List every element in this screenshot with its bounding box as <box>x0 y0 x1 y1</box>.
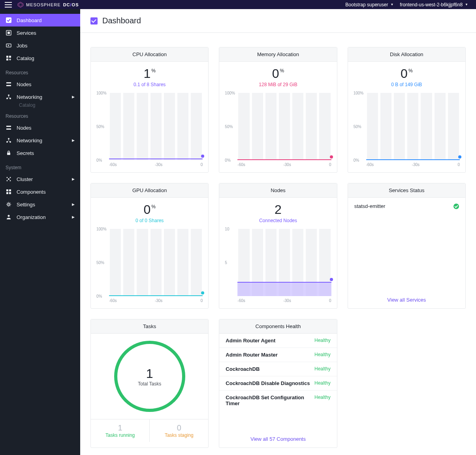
svg-point-17 <box>8 138 9 140</box>
chevron-right-icon: ▶ <box>72 95 75 99</box>
svg-rect-9 <box>6 59 8 60</box>
panel-components-health: Components Health Admin Router AgentHeal… <box>219 319 337 448</box>
page-header: Dashboard <box>80 9 476 33</box>
svg-point-25 <box>10 180 11 181</box>
nodes-chart: 10 5 -60s-30s0 <box>219 225 337 308</box>
svg-point-22 <box>7 177 8 178</box>
menu-icon[interactable] <box>5 2 12 8</box>
nav-nodes[interactable]: Nodes <box>0 78 80 91</box>
nav-dashboard[interactable]: Dashboard <box>0 14 80 26</box>
section-system: System <box>0 159 80 173</box>
svg-marker-6 <box>8 45 9 46</box>
nav-organization[interactable]: Organization ▶ <box>0 211 80 223</box>
component-row[interactable]: CockroachDB Disable DiagnosticsHealthy <box>219 376 337 391</box>
svg-rect-11 <box>6 85 11 86</box>
tasks-running: 1 Tasks running <box>91 419 150 442</box>
page-title: Dashboard <box>102 16 141 25</box>
svg-point-30 <box>8 204 10 206</box>
section-resources-2: Resources <box>0 108 80 121</box>
caret-down-icon: ▼ <box>465 3 468 6</box>
nav-networking-2[interactable]: Networking ▶ <box>0 134 80 147</box>
service-row[interactable]: statsd-emitter <box>348 198 465 215</box>
service-name: statsd-emitter <box>354 203 386 209</box>
mesosphere-logo-icon <box>17 2 24 8</box>
panel-disk: Disk Allocation 0% 0 B of 149 GiB 100% 5… <box>348 47 466 173</box>
nav-services[interactable]: Services <box>0 26 80 39</box>
panel-title: Tasks <box>91 319 208 334</box>
catalog-icon <box>6 55 12 61</box>
tasks-staging: 0 Tasks staging <box>150 419 208 442</box>
disk-sub: 0 B of 149 GiB <box>348 82 465 87</box>
svg-rect-10 <box>6 82 11 83</box>
nav-nodes-2[interactable]: Nodes <box>0 121 80 134</box>
svg-rect-7 <box>6 56 8 58</box>
svg-point-21 <box>8 178 9 180</box>
svg-rect-29 <box>9 192 11 194</box>
svg-rect-4 <box>8 32 10 34</box>
chevron-right-icon: ▶ <box>72 215 75 219</box>
disk-chart: 100% 50% 0% -60s-30s0 <box>348 89 465 172</box>
svg-marker-0 <box>18 2 23 7</box>
dashboard-icon <box>6 17 12 23</box>
lock-icon <box>6 150 12 156</box>
nav-cluster[interactable]: Cluster ▶ <box>0 173 80 185</box>
panel-title: GPU Allocation <box>91 183 208 198</box>
chevron-right-icon: ▶ <box>72 202 75 206</box>
mem-chart: 100% 50% 0% -60s-30s0 <box>219 89 337 172</box>
user-menu[interactable]: Bootstrap superuser ▼ <box>342 2 397 8</box>
cluster-icon <box>6 176 12 182</box>
svg-rect-28 <box>6 192 8 194</box>
gpu-sub: 0 of 0 Shares <box>91 218 208 223</box>
components-icon <box>6 189 12 195</box>
nodes-icon <box>6 125 12 131</box>
cpu-chart: 100% 50% 0% -60s-30s0 <box>91 89 208 172</box>
jobs-icon <box>6 42 12 49</box>
svg-point-31 <box>8 215 10 217</box>
brand-prefix: MESOSPHERE <box>26 2 61 7</box>
nodes-icon <box>6 81 12 87</box>
component-row[interactable]: CockroachDB Set Configuration TimerHealt… <box>219 391 337 410</box>
view-all-components-link[interactable]: View all 57 Components <box>250 436 306 442</box>
mem-sub: 128 MiB of 29 GiB <box>219 82 337 87</box>
panel-gpu: GPU Allocation 0% 0 of 0 Shares 100% 50%… <box>90 183 209 309</box>
svg-rect-2 <box>6 17 11 23</box>
nav-secrets[interactable]: Secrets <box>0 147 80 159</box>
view-all-services-link[interactable]: View all Services <box>387 297 426 303</box>
tasks-donut: 1 Total Tasks <box>114 341 185 412</box>
gear-icon <box>6 201 12 208</box>
svg-point-24 <box>7 180 8 181</box>
main-content: Dashboard CPU Allocation 1% 0.1 of 8 Sha… <box>80 9 476 455</box>
svg-point-12 <box>8 94 9 96</box>
cluster-label: frontend-us-west-2-b6kjjpf6n8 <box>400 2 463 8</box>
networking-icon <box>6 94 12 100</box>
nav-settings[interactable]: Settings ▶ <box>0 198 80 211</box>
panel-tasks: Tasks 1 Total Tasks 1 Tasks running 0 T <box>90 319 209 448</box>
svg-rect-26 <box>6 189 8 191</box>
panel-services-status: Services Status statsd-emitter View all … <box>348 183 466 309</box>
svg-marker-1 <box>19 3 22 6</box>
panel-title: Disk Allocation <box>348 47 465 62</box>
component-row[interactable]: Admin Router MasterHealthy <box>219 348 337 362</box>
nav-networking[interactable]: Networking ▶ <box>0 91 80 103</box>
nav-components[interactable]: Components <box>0 185 80 198</box>
services-icon <box>6 30 12 36</box>
svg-rect-16 <box>6 128 11 130</box>
svg-point-23 <box>10 177 11 178</box>
panel-title: Nodes <box>219 183 337 198</box>
svg-rect-20 <box>7 153 10 155</box>
caret-down-icon: ▼ <box>390 3 393 6</box>
user-label: Bootstrap superuser <box>345 2 388 8</box>
panel-title: CPU Allocation <box>91 47 208 62</box>
nodes-sub: Connected Nodes <box>219 218 337 223</box>
gpu-chart: 100% 50% 0% -60s-30s0 <box>91 225 208 308</box>
component-row[interactable]: Admin Router AgentHealthy <box>219 334 337 348</box>
networking-icon <box>6 137 12 143</box>
section-resources: Resources <box>0 64 80 78</box>
dashboard-page-icon <box>90 17 98 25</box>
healthy-icon <box>453 204 459 209</box>
panel-title: Services Status <box>348 183 465 198</box>
cluster-menu[interactable]: frontend-us-west-2-b6kjjpf6n8 ▼ <box>397 2 471 8</box>
component-row[interactable]: CockroachDBHealthy <box>219 362 337 376</box>
nav-catalog[interactable]: Catalog <box>0 52 80 64</box>
nav-jobs[interactable]: Jobs <box>0 39 80 52</box>
